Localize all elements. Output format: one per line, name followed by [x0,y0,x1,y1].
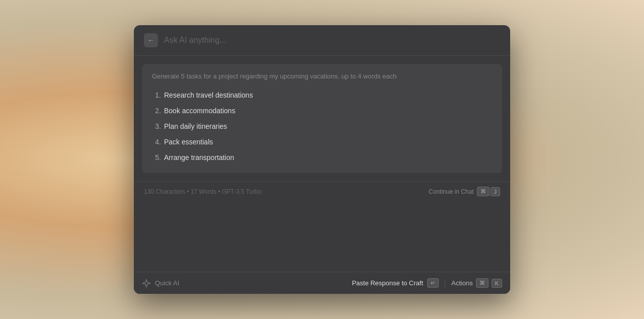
task-number: 5. [152,153,161,162]
task-number: 2. [152,107,161,115]
task-text: Arrange transportation [164,152,234,163]
enter-key: ↵ [427,278,439,288]
back-button[interactable]: ← [144,33,158,47]
content-area: Generate 5 tasks for a project regarding… [134,56,510,181]
footer-divider [445,279,445,287]
prompt-text: Generate 5 tasks for a project regarding… [152,72,492,81]
continue-chat-group: Continue in Chat ⌘ J [429,187,500,196]
actions-group: Actions ⌘ K [451,278,502,288]
continue-kbd-group: ⌘ J [477,187,501,196]
actions-cmd-key: ⌘ [476,278,489,288]
quick-ai-label: Quick AI [155,279,179,287]
paste-response-button[interactable]: Paste Response to Craft [352,279,423,287]
task-text: Plan daily itineraries [164,121,227,132]
empty-space [134,201,510,272]
task-item: 5. Arrange transportation [152,150,492,165]
cmd-key: ⌘ [477,187,490,196]
ai-modal: ← Generate 5 tasks for a project regardi… [134,25,510,294]
task-item: 3. Plan daily itineraries [152,119,492,134]
search-input[interactable] [164,36,500,45]
task-text: Pack essentials [164,137,213,147]
task-text: Research travel destinations [164,90,253,101]
quick-ai-icon [142,279,151,288]
task-item: 1. Research travel destinations [152,88,492,103]
modal-footer: Quick AI Paste Response to Craft ↵ Actio… [134,272,510,294]
actions-label[interactable]: Actions [451,279,473,287]
quick-ai-section: Quick AI [142,279,179,288]
modal-header: ← [134,25,510,56]
continue-chat-label[interactable]: Continue in Chat [429,188,473,195]
back-arrow-icon: ← [147,36,154,44]
j-key: J [491,187,501,196]
task-item: 4. Pack essentials [152,135,492,149]
response-card: Generate 5 tasks for a project regarding… [142,64,502,173]
stats-bar: 130 Characters • 17 Words • GPT-3.5 Turb… [134,181,510,201]
task-item: 2. Book accommodations [152,104,492,118]
footer-right: Paste Response to Craft ↵ Actions ⌘ K [352,278,502,288]
actions-k-key: K [492,279,502,288]
task-number: 4. [152,138,161,146]
task-text: Book accommodations [164,106,235,116]
stats-text: 130 Characters • 17 Words • GPT-3.5 Turb… [144,188,262,195]
task-list: 1. Research travel destinations 2. Book … [152,88,492,165]
task-number: 3. [152,122,161,130]
task-number: 1. [152,91,161,99]
